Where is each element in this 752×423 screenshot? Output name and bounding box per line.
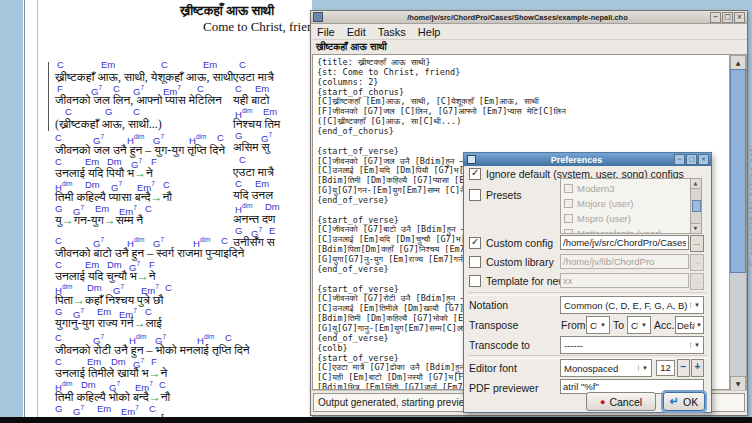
transpose-acc-label: Acc. xyxy=(654,319,674,331)
custom-config-input[interactable] xyxy=(560,235,689,250)
tie-arrow: → xyxy=(62,213,74,227)
transcode-select[interactable]: ------ ▼ xyxy=(560,336,704,354)
presets-label: Presets xyxy=(486,189,522,201)
chord: Em xyxy=(85,260,99,270)
presets-scrollbar[interactable]: ▲ ▼ xyxy=(690,179,701,233)
transpose-to-label: To xyxy=(613,319,624,331)
lyric-line: जीवनको जल लिन, आफ्नो प्यास मेटिलिन xyxy=(55,94,222,106)
transpose-to-select[interactable]: C ▼ xyxy=(627,316,651,334)
song-tab[interactable]: ख्रीष्टकहाँ आऊ साथी xyxy=(316,41,387,53)
transpose-from-label: From xyxy=(561,319,586,331)
lyric-line: जीवनको जल उनै हुन – युग-युग तृप्ति दिने xyxy=(55,144,225,156)
chord: C xyxy=(159,380,166,390)
scroll-down-icon[interactable]: ▼ xyxy=(730,376,746,391)
preset-item-label: Msttcorefonts (user) xyxy=(577,228,661,235)
font-size-field[interactable]: 12 xyxy=(656,360,675,376)
lyric-line: (ख्रीष्टकहाँ आऊ, साथी...) xyxy=(55,118,162,130)
editor-line: {end_of_verse} xyxy=(317,265,389,275)
cancel-button[interactable]: ● Cancel xyxy=(586,392,656,411)
chord: Dm xyxy=(265,202,280,212)
menu-help[interactable]: Help xyxy=(412,26,447,38)
lyric-line: एउटा मात्रै xyxy=(233,71,274,83)
ok-button-label: OK xyxy=(683,396,698,408)
presets-listbox[interactable]: ▲ ▼ Modern3Mojore (user)Mspro (user)Mstt… xyxy=(560,178,702,234)
chord: C xyxy=(145,204,152,214)
close-icon[interactable]: × xyxy=(698,154,709,165)
chord: G xyxy=(55,404,62,414)
notation-select[interactable]: Common (C, D, E, F, G, A, B) ▼ xyxy=(560,296,704,314)
chord: C xyxy=(235,179,242,189)
menu-tasks[interactable]: Tasks xyxy=(372,26,412,38)
status-message: Output generated, starting previewer xyxy=(314,397,480,408)
notation-label: Notation xyxy=(469,299,508,311)
custom-config-browse-button[interactable]: ... xyxy=(690,235,704,252)
template-checkbox[interactable] xyxy=(469,275,481,287)
chord: F xyxy=(149,260,155,270)
chord: Dm xyxy=(111,357,126,367)
font-size-increase-button[interactable]: + xyxy=(691,359,704,377)
custom-config-checkbox[interactable]: ✓ xyxy=(469,237,481,249)
presets-checkbox[interactable] xyxy=(469,189,481,201)
menu-edit[interactable]: Edit xyxy=(341,26,372,38)
editor-font-label: Editor font xyxy=(469,362,517,374)
menubar: File Edit Tasks Help xyxy=(311,24,747,40)
tie-arrow: → xyxy=(104,213,116,227)
chord: Em xyxy=(97,307,111,317)
chord: C xyxy=(55,260,62,270)
preset-item: Mspro (user) xyxy=(564,211,631,225)
lyric-line: अनन्त दण xyxy=(233,213,275,225)
chord: C xyxy=(55,133,62,143)
editor-scrollbar[interactable]: ▲ ▼ xyxy=(729,54,747,392)
custom-library-checkbox[interactable] xyxy=(469,256,481,268)
lyric-line: तिमी कहिल्यै भोको बन्दै→नौ xyxy=(55,391,170,403)
preset-item-label: Mojore (user) xyxy=(577,198,634,209)
editor-font-value: Monospaced xyxy=(561,363,638,374)
lyric-line: असिम सु xyxy=(233,141,270,153)
menu-file[interactable]: File xyxy=(311,26,341,38)
scroll-up-icon[interactable]: ▲ xyxy=(691,179,700,189)
maximize-icon[interactable]: □ xyxy=(686,154,697,165)
ignore-default-checkbox[interactable]: ✓ xyxy=(469,168,481,180)
editor-line: {columns: 2} xyxy=(317,78,378,88)
lyric-line: उनलाई यदि पियौ भ→ने xyxy=(55,167,153,179)
chord: C xyxy=(161,60,168,70)
scrollbar-thumb[interactable] xyxy=(692,200,701,212)
chord: C xyxy=(225,333,232,343)
preferences-titlebar[interactable]: Preferences − □ × xyxy=(464,153,711,166)
chord: Em xyxy=(85,157,99,167)
scroll-down-icon[interactable]: ▼ xyxy=(691,223,700,233)
lyric-line: जीवनको रोटी उनै हुन – भोको मनलाई तृप्ति … xyxy=(55,344,250,356)
editor-line: {end_of_verse} xyxy=(317,334,389,344)
maximize-icon[interactable]: □ xyxy=(722,12,733,23)
tie-arrow: → xyxy=(150,190,162,204)
bottom-screen-bar xyxy=(0,417,752,423)
lyric-line: यु→गन-युग→सम्म नै xyxy=(55,214,143,226)
chord: C xyxy=(197,84,204,94)
minimize-icon[interactable]: − xyxy=(674,154,685,165)
ok-button[interactable]: ↵ OK xyxy=(663,392,705,411)
editor-font-select[interactable]: Monospaced ▼ xyxy=(560,359,652,377)
chord: C xyxy=(55,333,62,343)
chord: C xyxy=(239,155,246,165)
lyric-line: जीवनको बाटो उनै हुन – स्वर्ग राजमा पुऱ्य… xyxy=(55,247,244,259)
close-icon[interactable]: × xyxy=(734,12,745,23)
editor-titlebar[interactable]: /home/jv/src/ChordPro/Cases/ShowCases/ex… xyxy=(311,11,747,24)
chord: C xyxy=(221,236,228,246)
chord: Em xyxy=(255,84,269,94)
chord: C xyxy=(65,107,72,117)
scrollbar-thumb[interactable] xyxy=(730,69,746,273)
chord: C xyxy=(165,283,172,293)
transpose-from-select[interactable]: C ▼ xyxy=(586,316,610,334)
chord: C xyxy=(149,404,156,414)
custom-library-input xyxy=(560,254,689,269)
scroll-up-icon[interactable]: ▲ xyxy=(730,55,746,70)
tie-arrow: → xyxy=(134,316,146,330)
chord: C xyxy=(57,60,64,70)
lyric-line: उनलाई तिमीले खायौ भ→ने xyxy=(55,367,167,379)
cancel-icon: ● xyxy=(600,397,605,407)
preferences-dialog: Preferences − □ × ✓ Ignore default (syst… xyxy=(463,152,712,413)
minimize-icon[interactable]: − xyxy=(710,12,721,23)
transpose-acc-select[interactable]: Default ▼ xyxy=(675,316,704,334)
chord: G xyxy=(105,107,112,117)
font-size-decrease-button[interactable]: − xyxy=(677,359,690,377)
